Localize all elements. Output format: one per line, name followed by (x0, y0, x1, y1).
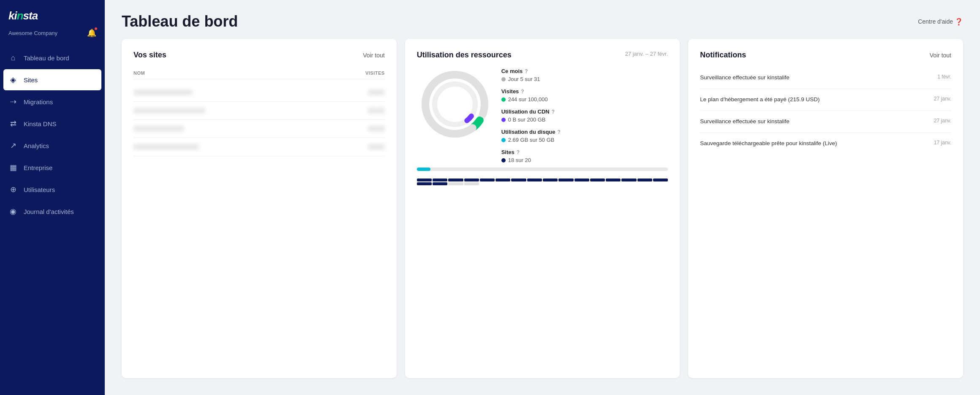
sites-stat: Sites ? 18 sur 20 (501, 149, 668, 163)
sidebar-item-analytics[interactable]: ↗ Analytics (0, 135, 105, 156)
card-sites: Vos sites Voir tout NOM VISITES (122, 39, 397, 378)
grid-cell (527, 179, 542, 181)
ce-mois-help-icon[interactable]: ? (525, 68, 528, 74)
sidebar-nav: ⌂ Tableau de bord ◈ Sites ⇢ Migrations ⇄… (0, 45, 105, 225)
disque-help-icon[interactable]: ? (558, 129, 561, 135)
sites-table-header: NOM VISITES (133, 67, 385, 79)
grid-cell (621, 179, 636, 181)
grid-cell (574, 179, 589, 181)
grid-cell (558, 179, 573, 181)
notification-item[interactable]: Le plan d'hébergement a été payé (215.9 … (700, 89, 951, 111)
grid-cell (417, 182, 432, 185)
donut-chart (417, 66, 493, 142)
visites-label: Visites ? (501, 88, 668, 95)
grid-cell (433, 179, 447, 181)
sidebar-item-migrations[interactable]: ⇢ Migrations (0, 91, 105, 112)
site-name (133, 144, 199, 150)
sidebar-item-sites[interactable]: ◈ Sites (3, 69, 101, 90)
grid-cell (433, 182, 447, 185)
sidebar-logo-area: kinsta (0, 0, 105, 27)
site-name (133, 89, 193, 95)
migrations-icon: ⇢ (8, 97, 18, 106)
ce-mois-stat: Ce mois ? Jour 5 sur 31 (501, 68, 668, 82)
sites-grid-bar (417, 179, 668, 185)
home-icon: ⌂ (8, 54, 18, 62)
notif-date: 27 janv. (934, 96, 951, 102)
help-label: Centre d'aide (918, 18, 953, 25)
notif-text: Surveillance effectuée sur kinstalife (700, 74, 932, 82)
sites-card-title: Vos sites (133, 51, 166, 60)
company-area: Awesome Company 🔔 (0, 27, 105, 45)
notif-text: Surveillance effectuée sur kinstalife (700, 118, 929, 126)
sites-help-icon[interactable]: ? (517, 149, 520, 155)
donut-svg (417, 66, 493, 142)
site-name (133, 126, 184, 132)
site-name (133, 108, 205, 114)
sidebar-item-label: Sites (24, 76, 38, 84)
company-name: Awesome Company (8, 30, 57, 36)
table-row[interactable] (133, 138, 385, 156)
page-header: Tableau de bord Centre d'aide ❓ (105, 0, 980, 39)
col-visites: VISITES (365, 70, 385, 76)
dot-purple (501, 118, 506, 122)
cdn-help-icon[interactable]: ? (552, 109, 555, 115)
sites-label: Sites ? (501, 149, 668, 155)
sidebar-item-label: Kinsta DNS (24, 120, 57, 127)
ce-mois-label: Ce mois ? (501, 68, 668, 74)
sidebar-item-label: Entreprise (24, 164, 52, 171)
sidebar-item-dns[interactable]: ⇄ Kinsta DNS (0, 113, 105, 134)
sidebar-item-entreprise[interactable]: ▦ Entreprise (0, 157, 105, 178)
notification-list: Surveillance effectuée sur kinstalife 1 … (700, 67, 951, 154)
notification-item[interactable]: Surveillance effectuée sur kinstalife 27… (700, 111, 951, 133)
table-row[interactable] (133, 84, 385, 102)
sidebar-item-utilisateurs[interactable]: ⊕ Utilisateurs (0, 179, 105, 200)
card-ressources: Utilisation des ressources 27 janv. – 27… (405, 39, 680, 378)
notif-date: 17 janv. (934, 140, 951, 146)
grid-cell (417, 179, 432, 181)
notifications-voir-tout[interactable]: Voir tout (930, 52, 951, 59)
sidebar-item-label: Analytics (24, 142, 49, 149)
notification-dot (94, 27, 98, 30)
date-range: 27 janv. – 27 févr. (625, 51, 668, 57)
table-row[interactable] (133, 102, 385, 120)
grid-cell (511, 179, 526, 181)
visites-help-icon[interactable]: ? (521, 89, 524, 95)
cdn-value: 0 B sur 200 GB (501, 116, 668, 123)
grid-cell (653, 179, 668, 181)
dot-cyan (501, 138, 506, 142)
ressources-card-title: Utilisation des ressources (417, 51, 512, 60)
dns-icon: ⇄ (8, 119, 18, 128)
disque-progress-bg (417, 168, 668, 171)
ressources-card-header: Utilisation des ressources 27 janv. – 27… (417, 51, 668, 60)
site-visits (368, 144, 385, 150)
notification-item[interactable]: Surveillance effectuée sur kinstalife 1 … (700, 67, 951, 89)
notif-date: 1 févr. (937, 74, 951, 80)
page-title: Tableau de bord (122, 13, 238, 30)
notif-text: Le plan d'hébergement a été payé (215.9 … (700, 96, 929, 104)
logo: kinsta (8, 9, 38, 22)
cdn-label: Utilisation du CDN ? (501, 108, 668, 115)
progress-section (417, 168, 668, 185)
site-visits (368, 89, 385, 95)
sidebar: kinsta Awesome Company 🔔 ⌂ Tableau de bo… (0, 0, 105, 395)
grid-cell (480, 179, 495, 181)
resource-stats: Ce mois ? Jour 5 sur 31 Visites ? (501, 66, 668, 163)
sidebar-item-label: Tableau de bord (24, 54, 69, 62)
question-icon: ❓ (955, 18, 963, 26)
entreprise-icon: ▦ (8, 163, 18, 172)
sites-voir-tout[interactable]: Voir tout (363, 52, 384, 59)
card-sites-header: Vos sites Voir tout (133, 51, 385, 60)
notifications-card-title: Notifications (700, 51, 746, 60)
disque-progress-fill (417, 168, 430, 171)
notification-item[interactable]: Sauvegarde téléchargeable prête pour kin… (700, 133, 951, 154)
grid-cell (637, 179, 652, 181)
sidebar-item-label: Migrations (24, 98, 53, 106)
grid-cell (495, 179, 510, 181)
sidebar-item-journal[interactable]: ◉ Journal d'activités (0, 201, 105, 222)
help-link[interactable]: Centre d'aide ❓ (918, 18, 963, 26)
notification-bell[interactable]: 🔔 (87, 28, 96, 38)
table-row[interactable] (133, 120, 385, 138)
sidebar-item-tableau[interactable]: ⌂ Tableau de bord (0, 48, 105, 68)
grid-cell (606, 179, 621, 181)
analytics-icon: ↗ (8, 141, 18, 150)
